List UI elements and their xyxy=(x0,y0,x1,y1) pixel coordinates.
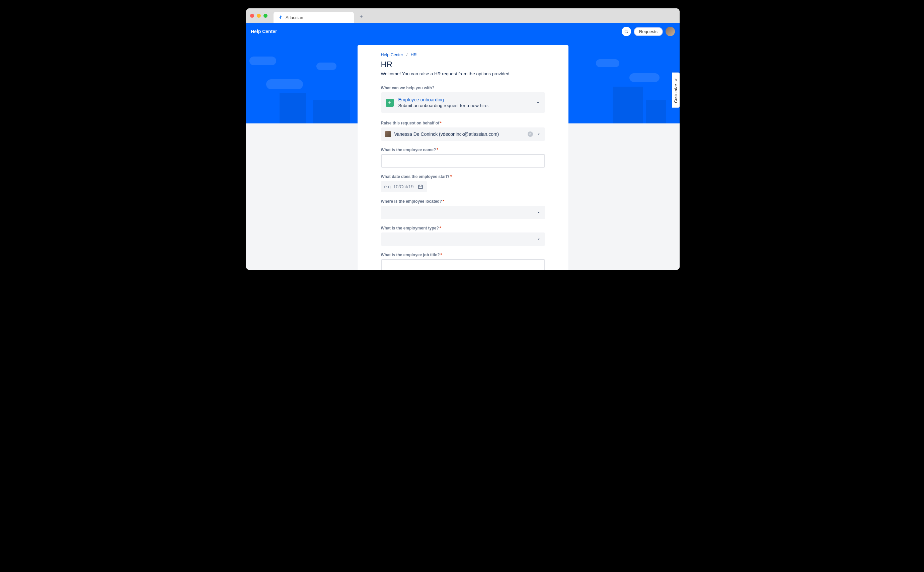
search-icon xyxy=(624,29,629,34)
employment-type-select[interactable] xyxy=(381,233,545,246)
employment-type-label: What is the employment type?* xyxy=(381,226,545,230)
calendar-icon xyxy=(418,183,424,190)
browser-tabbar: Atlassian xyxy=(246,8,679,23)
svg-rect-2 xyxy=(419,185,422,189)
svg-point-0 xyxy=(625,30,627,32)
chevron-down-icon xyxy=(536,100,540,105)
employee-name-input[interactable] xyxy=(385,158,541,163)
employee-name-input-wrapper xyxy=(381,154,545,168)
pencil-icon: ✎ xyxy=(673,77,678,82)
start-date-input[interactable]: e.g. 10/Oct/19 xyxy=(381,181,427,192)
breadcrumb: Help Center / HR xyxy=(381,53,545,57)
topbar-title[interactable]: Help Center xyxy=(251,29,277,34)
page-title: HR xyxy=(381,60,545,69)
behalf-label: Raise this request on behalf of* xyxy=(381,121,545,126)
window-minimize-button[interactable] xyxy=(257,14,261,18)
requests-label: Requests xyxy=(639,29,658,34)
breadcrumb-root-link[interactable]: Help Center xyxy=(381,53,404,57)
request-form-card: Help Center / HR HR Welcome! You can rai… xyxy=(358,45,569,270)
location-label: Where is the employee located?* xyxy=(381,199,545,204)
request-type-subtitle: Submit an onboarding request for a new h… xyxy=(398,103,531,108)
request-type-title: Employee onboarding xyxy=(398,97,531,103)
location-select[interactable] xyxy=(381,206,545,219)
employee-name-label: What is the employee name?* xyxy=(381,148,545,152)
requests-button[interactable]: Requests xyxy=(634,27,663,36)
breadcrumb-current-link[interactable]: HR xyxy=(411,53,417,57)
job-title-input[interactable] xyxy=(385,263,541,269)
app-topbar: Help Center Requests xyxy=(246,23,679,40)
page-description: Welcome! You can raise a HR request from… xyxy=(381,71,545,76)
search-button[interactable] xyxy=(622,27,631,36)
chevron-down-icon xyxy=(536,237,541,241)
customize-label: Customize xyxy=(673,84,678,103)
chevron-down-icon xyxy=(536,210,541,215)
browser-window: Atlassian xyxy=(246,8,679,270)
browser-tab-title: Atlassian xyxy=(285,15,303,20)
window-close-button[interactable] xyxy=(250,14,254,18)
window-traffic-lights xyxy=(250,14,268,18)
start-date-placeholder: e.g. 10/Oct/19 xyxy=(384,184,414,189)
atlassian-logo-icon xyxy=(278,15,283,20)
job-title-label: What is the employee job title?* xyxy=(381,253,545,257)
behalf-value: Vanessa De Coninck (vdeconinck@atlassian… xyxy=(394,131,499,137)
svg-line-1 xyxy=(627,32,628,33)
plus-icon xyxy=(386,99,394,107)
start-date-label: What date does the employee start?* xyxy=(381,174,545,179)
job-title-input-wrapper xyxy=(381,259,545,270)
page-content: Help Center Requests Customize ✎ xyxy=(246,23,679,270)
chevron-down-icon xyxy=(536,132,541,137)
request-type-selector[interactable]: Employee onboarding Submit an onboarding… xyxy=(381,92,545,113)
user-avatar[interactable] xyxy=(665,27,675,36)
customize-button[interactable]: Customize ✎ xyxy=(672,73,679,108)
help-prompt-label: What can we help you with? xyxy=(381,85,545,90)
clear-selection-button[interactable]: ✕ xyxy=(528,131,533,137)
user-avatar-icon xyxy=(385,131,391,137)
browser-tab[interactable]: Atlassian xyxy=(274,12,354,23)
breadcrumb-separator: / xyxy=(407,53,407,57)
new-tab-button[interactable] xyxy=(357,12,366,21)
window-fullscreen-button[interactable] xyxy=(263,14,268,18)
behalf-user-select[interactable]: Vanessa De Coninck (vdeconinck@atlassian… xyxy=(381,127,545,141)
